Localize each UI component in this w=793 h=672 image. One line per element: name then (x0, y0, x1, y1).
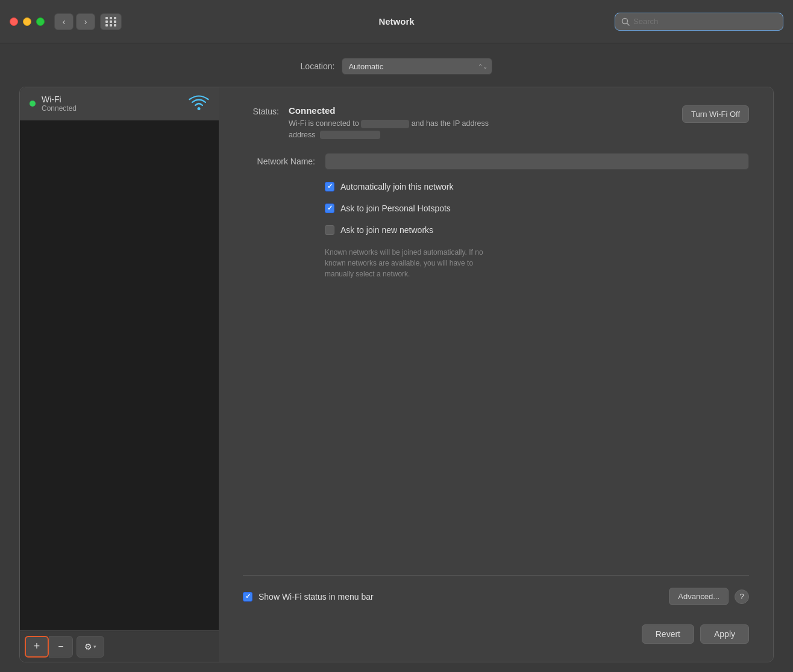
ask-new-networks-row: Ask to join new networks (243, 225, 749, 235)
grid-button[interactable] (100, 13, 122, 30)
helper-text: Known networks will be joined automatica… (243, 247, 496, 279)
sidebar-empty (20, 120, 219, 630)
svg-point-2 (198, 107, 201, 110)
status-desc-suffix: and has the IP address (412, 119, 489, 128)
revert-button[interactable]: Revert (642, 624, 694, 644)
ask-hotspot-label: Ask to join Personal Hotspots (340, 204, 451, 213)
close-button[interactable] (10, 17, 18, 26)
back-button[interactable]: ‹ (54, 13, 74, 30)
search-bar[interactable] (615, 13, 783, 31)
search-icon (621, 17, 630, 26)
titlebar: ‹ › Network (0, 0, 793, 43)
gear-button[interactable]: ⚙ ▾ (77, 636, 104, 658)
auto-join-label: Automatically join this network (340, 182, 454, 191)
show-wifi-label: Show Wi-Fi status in menu bar (259, 592, 374, 602)
location-select-wrapper: Automatic (342, 58, 492, 75)
status-value: Connected (289, 105, 336, 116)
main-panel: Status: Connected Wi-Fi is connected to … (219, 87, 773, 662)
sidebar: Wi-Fi Connected + − ⚙ ▾ (20, 87, 219, 662)
ask-new-networks-label: Ask to join new networks (340, 225, 433, 235)
sidebar-toolbar: + − ⚙ ▾ (20, 630, 219, 662)
network-name-row: Network Name: (243, 153, 749, 170)
sidebar-item-wifi[interactable]: Wi-Fi Connected (20, 87, 219, 120)
two-column-layout: Wi-Fi Connected + − ⚙ ▾ (19, 87, 774, 662)
gear-icon: ⚙ (84, 642, 92, 652)
sidebar-item-name: Wi-Fi (42, 95, 183, 104)
auto-join-row: Automatically join this network (243, 182, 749, 191)
minimize-button[interactable] (23, 17, 31, 26)
add-network-button[interactable]: + (25, 636, 49, 658)
status-description: Wi-Fi is connected to and has the IP add… (289, 118, 672, 141)
auto-join-checkbox[interactable] (325, 182, 334, 191)
apply-button[interactable]: Apply (700, 624, 749, 644)
location-row: Location: Automatic (19, 58, 774, 75)
svg-line-1 (627, 23, 630, 25)
bottom-right: Advanced... ? (669, 588, 749, 605)
action-row: Revert Apply (243, 624, 749, 644)
status-desc-prefix: Wi-Fi is connected to (289, 119, 359, 128)
remove-network-button[interactable]: − (49, 636, 73, 658)
status-dot (30, 101, 36, 107)
advanced-button[interactable]: Advanced... (669, 588, 729, 605)
location-select[interactable]: Automatic (342, 58, 492, 75)
ask-hotspot-checkbox[interactable] (325, 204, 334, 213)
redacted-network-name (361, 120, 409, 128)
status-row: Status: Connected Wi-Fi is connected to … (243, 105, 749, 141)
status-content: Connected Wi-Fi is connected to and has … (289, 105, 672, 141)
grid-icon (105, 17, 117, 26)
status-desc-address-label: address (289, 131, 315, 139)
traffic-lights (10, 17, 45, 26)
ask-hotspot-row: Ask to join Personal Hotspots (243, 204, 749, 213)
wifi-icon (189, 95, 209, 112)
bottom-section: Show Wi-Fi status in menu bar Advanced..… (243, 575, 749, 605)
maximize-button[interactable] (36, 17, 45, 26)
chevron-down-icon: ▾ (93, 644, 96, 650)
network-name-label: Network Name: (243, 157, 315, 166)
status-label: Status: (243, 105, 279, 116)
search-input[interactable] (633, 17, 777, 26)
location-label: Location: (301, 61, 335, 71)
window-title: Network (378, 16, 414, 26)
forward-button[interactable]: › (76, 13, 95, 30)
sidebar-item-status: Connected (42, 104, 183, 113)
sidebar-item-text: Wi-Fi Connected (42, 95, 183, 113)
show-wifi-row: Show Wi-Fi status in menu bar (243, 592, 374, 602)
network-name-input[interactable] (325, 153, 749, 170)
ask-new-networks-checkbox[interactable] (325, 225, 334, 235)
show-wifi-checkbox[interactable] (243, 592, 252, 602)
help-button[interactable]: ? (735, 590, 749, 604)
turn-wifi-button[interactable]: Turn Wi-Fi Off (682, 105, 749, 123)
main-content: Location: Automatic Wi-Fi Connected (0, 43, 793, 672)
nav-buttons: ‹ › (54, 13, 95, 30)
redacted-ip-address (320, 131, 380, 139)
